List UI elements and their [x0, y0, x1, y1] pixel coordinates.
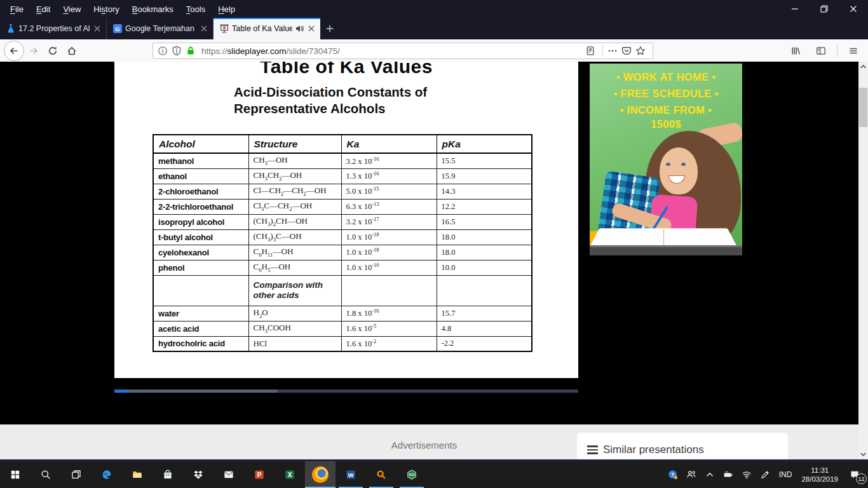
table-row: ethanolCH3CH2—OH1.3 x 10-1615.9: [153, 168, 532, 184]
similar-presentations-label: Similar presentations: [603, 444, 704, 456]
menu-history[interactable]: History: [88, 3, 124, 16]
taskbar-search-icon[interactable]: [31, 461, 61, 488]
advertisements-strip: Advertisements Similar presentations: [0, 424, 858, 459]
taskbar-powerpoint-icon[interactable]: P: [244, 461, 275, 488]
reload-button[interactable]: [43, 41, 62, 60]
menu-view[interactable]: View: [58, 3, 86, 16]
pocket-icon[interactable]: [621, 45, 632, 57]
taskbar-task-view-icon[interactable]: [61, 461, 92, 488]
hamburger-menu-icon[interactable]: [844, 41, 863, 60]
battery-icon[interactable]: [721, 468, 735, 482]
similar-presentations-card[interactable]: Similar presentations: [577, 433, 788, 459]
taskbar-icd-icon[interactable]: ICD: [397, 461, 427, 488]
taskbar-edge-icon[interactable]: [92, 461, 122, 488]
table-row: isopropyl alcohol(CH3)2CH—OH3.2 x 10-171…: [153, 214, 532, 229]
library-icon[interactable]: [786, 41, 805, 60]
svg-text:G: G: [115, 25, 119, 32]
bookmark-star-icon[interactable]: [635, 45, 646, 57]
tab-audio-icon[interactable]: [295, 24, 305, 34]
menu-tools[interactable]: Tools: [181, 3, 210, 16]
advertisement-banner[interactable]: • WORK AT HOME • • FREE SCHEDULE • • INC…: [590, 64, 742, 255]
pen-icon[interactable]: [758, 468, 772, 482]
nav-toolbar: https://slideplayer.com/slide/730475/: [0, 39, 868, 62]
flask-icon: [6, 24, 16, 34]
page-actions-icon[interactable]: [607, 45, 618, 57]
table-row: Comparison withother acids: [153, 275, 532, 306]
menu-file[interactable]: File: [5, 3, 29, 16]
back-button[interactable]: [4, 41, 24, 61]
table-row: methanolCH3—OH3.2 x 10-1615.5: [153, 153, 532, 168]
language-indicator[interactable]: IND: [776, 470, 795, 479]
progress-played: [114, 390, 129, 393]
svg-text:X: X: [288, 471, 292, 478]
notification-center-icon[interactable]: 12: [845, 466, 864, 483]
taskbar-search-tool-icon[interactable]: [366, 461, 397, 488]
url-bar[interactable]: https://slideplayer.com/slide/730475/: [153, 43, 653, 59]
desktop: FileEditViewHistoryBookmarksToolsHelp 17…: [0, 0, 868, 488]
list-icon: [587, 445, 598, 454]
taskbar-apps: PXWICD: [0, 461, 427, 488]
table-header: pKa: [437, 135, 532, 153]
forward-button[interactable]: [24, 41, 43, 60]
taskbar-word-icon[interactable]: W: [336, 461, 366, 488]
scroll-down-icon[interactable]: [858, 449, 868, 459]
ad-photo-woman: [590, 130, 742, 255]
get-help-icon[interactable]: ?: [666, 468, 680, 482]
browser-tab-3[interactable]: Table of Ka Values Acid-Diss: [214, 18, 320, 39]
system-tray: ? IND 11:3128/03/2019 12: [666, 461, 868, 488]
title-bar: FileEditViewHistoryBookmarksToolsHelp: [0, 0, 868, 18]
people-icon[interactable]: [684, 468, 698, 482]
home-button[interactable]: [62, 41, 81, 60]
menu-edit[interactable]: Edit: [31, 3, 55, 16]
advertisements-label: Advertisements: [356, 440, 492, 451]
toolbar-separator: [837, 44, 837, 57]
slide-title: Table of Ka Values: [114, 62, 578, 78]
tab-close-icon[interactable]: [199, 24, 209, 34]
page-scrollbar[interactable]: [858, 62, 868, 459]
tab-title: Google Terjemahan: [125, 24, 196, 33]
tab-bar: 17.2 Properties of Alcohols andGGoogle T…: [0, 18, 868, 39]
player-progress-bar[interactable]: [114, 390, 578, 393]
table-header: Ka: [341, 135, 437, 153]
progress-remaining: [278, 390, 578, 393]
taskbar-firefox-icon[interactable]: [305, 461, 336, 488]
scroll-up-icon[interactable]: [858, 62, 868, 72]
table-header: Structure: [248, 135, 341, 153]
menu-help[interactable]: Help: [213, 3, 240, 16]
taskbar-file-explorer-icon[interactable]: [122, 461, 153, 488]
tab-title: Table of Ka Values Acid-Diss: [232, 24, 292, 33]
scrollbar-thumb[interactable]: [859, 88, 867, 127]
menu-bookmarks[interactable]: Bookmarks: [127, 3, 179, 16]
browser-tab-1[interactable]: 17.2 Properties of Alcohols and: [0, 18, 107, 39]
restore-button[interactable]: [810, 0, 839, 18]
windows-taskbar: PXWICD ? IND 11:3128/03/2019 12: [0, 461, 868, 488]
tray-expand-icon[interactable]: [703, 468, 717, 482]
svg-text:?: ?: [671, 471, 675, 478]
browser-tab-2[interactable]: GGoogle Terjemahan: [107, 18, 214, 39]
tab-close-icon[interactable]: [92, 24, 102, 34]
sidebar-toggle-icon[interactable]: [811, 41, 831, 60]
url-text: https://slideplayer.com/slide/730475/: [201, 46, 585, 56]
svg-text:P: P: [257, 471, 262, 478]
taskbar-dropbox-icon[interactable]: [183, 461, 214, 488]
slide-subtitle: Acid-Dissociation Constants of Represent…: [234, 84, 578, 117]
page-content: Table of Ka Values Acid-Dissociation Con…: [0, 62, 868, 461]
close-button[interactable]: [839, 0, 868, 18]
clock[interactable]: 11:3128/03/2019: [799, 466, 841, 484]
minimize-button[interactable]: [780, 0, 810, 18]
new-tab-button[interactable]: [320, 18, 339, 39]
taskbar-mail-icon[interactable]: [214, 461, 244, 488]
taskbar-excel-icon[interactable]: X: [275, 461, 305, 488]
wifi-icon[interactable]: [740, 468, 754, 482]
taskbar-start-icon[interactable]: [0, 461, 31, 488]
tab-close-icon[interactable]: [306, 24, 316, 34]
table-row: hydrocholric acidHCl1.6 x 10-2-2.2: [153, 336, 532, 351]
slide-viewer: Table of Ka Values Acid-Dissociation Con…: [114, 62, 578, 378]
toolbar-right: [786, 39, 863, 62]
table-row: 2-chloroethanolCl—CH2—CH2—OH5.0 x 10-151…: [153, 184, 532, 199]
tracking-shield-icon[interactable]: [171, 45, 182, 57]
table-row: cyelohexanolC6H11—OH1.0 x 10-1818.0: [153, 245, 532, 260]
reader-mode-icon[interactable]: [585, 45, 596, 57]
page-info-icon[interactable]: [157, 45, 168, 57]
taskbar-microsoft-store-icon[interactable]: [153, 461, 183, 488]
